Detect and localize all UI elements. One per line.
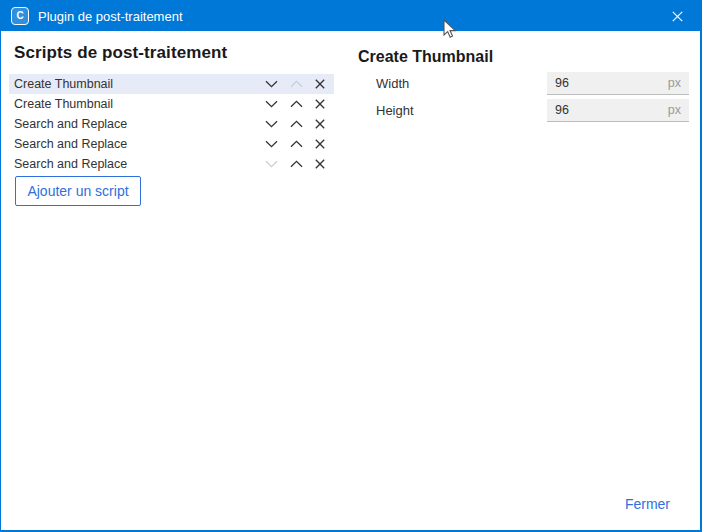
script-list-item[interactable]: Search and Replace bbox=[9, 134, 334, 154]
remove-script-icon[interactable] bbox=[315, 79, 325, 89]
move-down-icon[interactable] bbox=[265, 140, 278, 148]
script-row-actions bbox=[265, 139, 325, 149]
move-down-icon[interactable] bbox=[265, 80, 278, 88]
script-label: Search and Replace bbox=[14, 157, 265, 171]
move-down-icon bbox=[265, 160, 278, 168]
add-script-button[interactable]: Ajouter un script bbox=[15, 176, 141, 206]
script-list-item[interactable]: Create Thumbnail bbox=[9, 94, 334, 114]
remove-script-icon[interactable] bbox=[315, 99, 325, 109]
height-field[interactable]: px bbox=[547, 99, 689, 122]
script-label: Search and Replace bbox=[14, 137, 265, 151]
cura-app-icon-letter: C bbox=[16, 11, 23, 21]
remove-script-icon[interactable] bbox=[315, 139, 325, 149]
height-field-row: Height px bbox=[376, 99, 689, 122]
move-up-icon[interactable] bbox=[290, 160, 303, 168]
width-unit-label: px bbox=[668, 76, 689, 90]
move-up-icon[interactable] bbox=[290, 140, 303, 148]
width-field[interactable]: px bbox=[547, 72, 689, 95]
remove-script-icon[interactable] bbox=[315, 159, 325, 169]
window-title: Plugin de post-traitement bbox=[38, 9, 183, 24]
script-row-actions bbox=[265, 159, 325, 169]
move-up-icon[interactable] bbox=[290, 100, 303, 108]
close-dialog-button[interactable]: Fermer bbox=[621, 494, 674, 514]
height-unit-label: px bbox=[668, 103, 689, 117]
width-field-row: Width px bbox=[376, 72, 689, 95]
move-up-icon bbox=[290, 80, 303, 88]
height-field-label: Height bbox=[376, 103, 414, 118]
script-label: Create Thumbnail bbox=[14, 77, 265, 91]
height-value-input[interactable] bbox=[547, 103, 650, 117]
move-up-icon[interactable] bbox=[290, 120, 303, 128]
script-list: Create Thumbnail Create Thumbnail bbox=[9, 74, 334, 174]
script-label: Create Thumbnail bbox=[14, 97, 265, 111]
script-row-actions bbox=[265, 99, 325, 109]
script-list-item[interactable]: Search and Replace bbox=[9, 154, 334, 174]
script-row-actions bbox=[265, 79, 325, 89]
script-row-actions bbox=[265, 119, 325, 129]
width-field-label: Width bbox=[376, 76, 409, 91]
remove-script-icon[interactable] bbox=[315, 119, 325, 129]
cura-app-icon: C bbox=[11, 7, 29, 25]
script-list-item[interactable]: Create Thumbnail bbox=[9, 74, 334, 94]
dialog-window: C Plugin de post-traitement Scripts de p… bbox=[0, 0, 702, 532]
width-value-input[interactable] bbox=[547, 76, 650, 90]
close-icon bbox=[672, 11, 683, 22]
script-label: Search and Replace bbox=[14, 117, 265, 131]
script-list-item[interactable]: Search and Replace bbox=[9, 114, 334, 134]
script-settings-heading: Create Thumbnail bbox=[358, 48, 493, 66]
scripts-section-heading: Scripts de post-traitement bbox=[14, 43, 227, 63]
titlebar[interactable]: C Plugin de post-traitement bbox=[1, 1, 700, 31]
window-close-button[interactable] bbox=[654, 1, 700, 31]
move-down-icon[interactable] bbox=[265, 100, 278, 108]
move-down-icon[interactable] bbox=[265, 120, 278, 128]
